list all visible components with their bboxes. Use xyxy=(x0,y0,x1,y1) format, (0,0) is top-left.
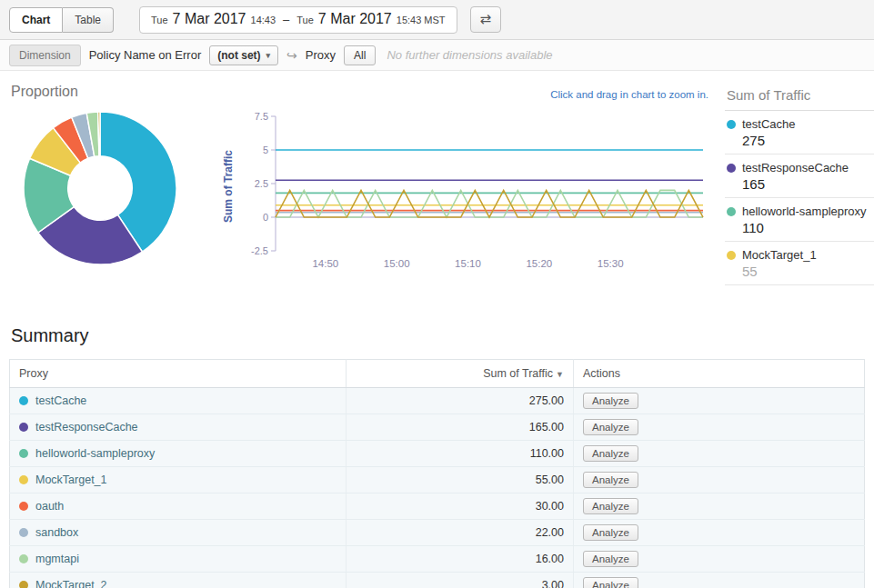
analyze-button[interactable]: Analyze xyxy=(583,445,638,462)
summary-section: Summary Proxy Sum of Traffic▼ Actions te… xyxy=(0,325,874,588)
proportion-donut-chart xyxy=(9,109,200,268)
legend-title: Sum of Traffic xyxy=(725,84,874,111)
legend-item[interactable]: MockTarget_1 55 xyxy=(725,242,874,285)
table-row: mgmtapi 16.00 Analyze xyxy=(10,546,865,573)
x-tick-label: 15:30 xyxy=(598,258,624,269)
chart-toggle-button[interactable]: Chart xyxy=(9,7,63,33)
analyze-button[interactable]: Analyze xyxy=(583,393,638,409)
chart-table-toggle: Chart Table xyxy=(9,7,114,33)
proxy-color-dot xyxy=(19,423,28,432)
legend-item-value: 165 xyxy=(742,176,874,192)
proxy-color-dot xyxy=(19,475,28,484)
traffic-line-chart[interactable]: 7.552.50-2.514:5015:0015:1015:2015:30 xyxy=(237,105,710,283)
legend-item-value: 55 xyxy=(742,264,874,279)
refresh-button[interactable]: ⇄ xyxy=(470,6,502,33)
refresh-icon: ⇄ xyxy=(480,11,492,26)
x-tick-label: 14:50 xyxy=(312,258,338,269)
dimension-bar: Dimension Policy Name on Error (not set)… xyxy=(0,40,874,71)
column-header-sum-of-traffic[interactable]: Sum of Traffic▼ xyxy=(347,360,574,388)
y-tick-label: 0 xyxy=(263,212,268,223)
drilldown-arrow-icon: ↪ xyxy=(286,48,297,63)
proxy-all-button[interactable]: All xyxy=(344,45,376,65)
traffic-value: 22.00 xyxy=(347,520,574,546)
legend-color-dot xyxy=(727,164,736,173)
end-day: Tue xyxy=(296,15,314,25)
proxy-name: MockTarget_2 xyxy=(35,579,107,588)
legend-items: testCache 275 testResponseCache 165 hell… xyxy=(725,111,874,285)
proxy-color-dot xyxy=(19,449,28,458)
analyze-button[interactable]: Analyze xyxy=(583,524,638,541)
legend-item[interactable]: testCache 275 xyxy=(725,111,874,154)
proxy-name: sandbox xyxy=(35,526,78,539)
dimension-selected-value: (not set) xyxy=(217,49,260,62)
summary-title: Summary xyxy=(11,325,865,346)
proxy-name: testResponseCache xyxy=(35,421,138,434)
traffic-value: 275.00 xyxy=(347,388,574,414)
proxy-color-dot xyxy=(19,528,28,537)
column-header-actions: Actions xyxy=(574,360,865,388)
chart-section: Proportion Click and drag in chart to zo… xyxy=(0,71,874,285)
table-row: helloworld-sampleproxy 110.00 Analyze xyxy=(10,441,865,467)
proxy-dimension-label: Proxy xyxy=(306,48,336,62)
legend-item[interactable]: helloworld-sampleproxy 110 xyxy=(725,198,874,242)
dimension-value-dropdown[interactable]: (not set) ▾ xyxy=(209,45,278,65)
analyze-button[interactable]: Analyze xyxy=(583,498,638,514)
y-tick-label: 5 xyxy=(263,145,268,155)
end-date: 7 Mar 2017 xyxy=(318,11,392,27)
analyze-button[interactable]: Analyze xyxy=(583,472,638,488)
end-time: 15:43 MST xyxy=(397,15,446,25)
proportion-panel: Proportion xyxy=(9,82,223,285)
analyze-button[interactable]: Analyze xyxy=(583,577,638,588)
legend-panel: Sum of Traffic testCache 275 testRespons… xyxy=(725,82,874,285)
x-tick-label: 15:00 xyxy=(384,258,410,269)
proxy-name: oauth xyxy=(35,500,64,513)
legend-item-name: testResponseCache xyxy=(742,161,849,174)
traffic-chart-panel: Click and drag in chart to zoom in. Sum … xyxy=(223,82,714,285)
traffic-value: 3.00 xyxy=(347,573,574,588)
column-header-proxy: Proxy xyxy=(10,360,347,388)
legend-color-dot xyxy=(727,251,736,260)
no-dimensions-note: No further dimensions available xyxy=(387,48,552,62)
proportion-title: Proportion xyxy=(11,84,223,100)
y-axis-label: Sum of Traffic xyxy=(222,150,235,223)
summary-table: Proxy Sum of Traffic▼ Actions testCache … xyxy=(9,359,865,588)
proxy-name: helloworld-sampleproxy xyxy=(35,447,155,460)
x-tick-label: 15:10 xyxy=(455,258,481,269)
table-row: testCache 275.00 Analyze xyxy=(10,388,865,414)
traffic-value: 16.00 xyxy=(347,546,574,573)
analyze-button[interactable]: Analyze xyxy=(583,551,638,567)
table-row: testResponseCache 165.00 Analyze xyxy=(10,414,865,441)
traffic-value: 165.00 xyxy=(347,414,574,441)
legend-color-dot xyxy=(727,207,736,216)
date-range-separator: – xyxy=(283,13,289,26)
legend-item[interactable]: testResponseCache 165 xyxy=(725,154,874,198)
sort-desc-icon: ▼ xyxy=(556,370,564,379)
traffic-value: 110.00 xyxy=(347,441,574,467)
date-range-button[interactable]: Tue 7 Mar 2017 14:43 – Tue 7 Mar 2017 15… xyxy=(139,6,457,34)
start-day: Tue xyxy=(151,15,168,25)
table-row: MockTarget_2 3.00 Analyze xyxy=(10,573,865,588)
zoom-hint: Click and drag in chart to zoom in. xyxy=(550,89,708,100)
legend-color-dot xyxy=(727,120,736,129)
x-tick-label: 15:20 xyxy=(526,258,552,269)
proxy-name: MockTarget_1 xyxy=(35,473,107,486)
start-time: 14:43 xyxy=(251,15,276,25)
legend-item-value: 275 xyxy=(742,133,874,148)
table-row: sandbox 22.00 Analyze xyxy=(10,520,865,546)
y-tick-label: -2.5 xyxy=(251,245,268,256)
table-toggle-button[interactable]: Table xyxy=(63,7,114,33)
chevron-down-icon: ▾ xyxy=(266,51,271,60)
legend-item-name: testCache xyxy=(742,117,796,131)
proxy-color-dot xyxy=(19,554,28,563)
table-row: oauth 30.00 Analyze xyxy=(10,493,865,520)
dimension-name: Policy Name on Error xyxy=(89,48,202,62)
analyze-button[interactable]: Analyze xyxy=(583,419,638,435)
legend-item-name: helloworld-sampleproxy xyxy=(742,204,867,218)
proxy-color-dot xyxy=(19,502,28,511)
start-date: 7 Mar 2017 xyxy=(173,11,246,27)
summary-header-row: Proxy Sum of Traffic▼ Actions xyxy=(10,360,865,388)
proxy-color-dot xyxy=(19,396,28,405)
analytics-page: Chart Table Tue 7 Mar 2017 14:43 – Tue 7… xyxy=(0,0,874,588)
legend-item-name: MockTarget_1 xyxy=(742,248,817,262)
legend-item-value: 110 xyxy=(742,220,874,235)
